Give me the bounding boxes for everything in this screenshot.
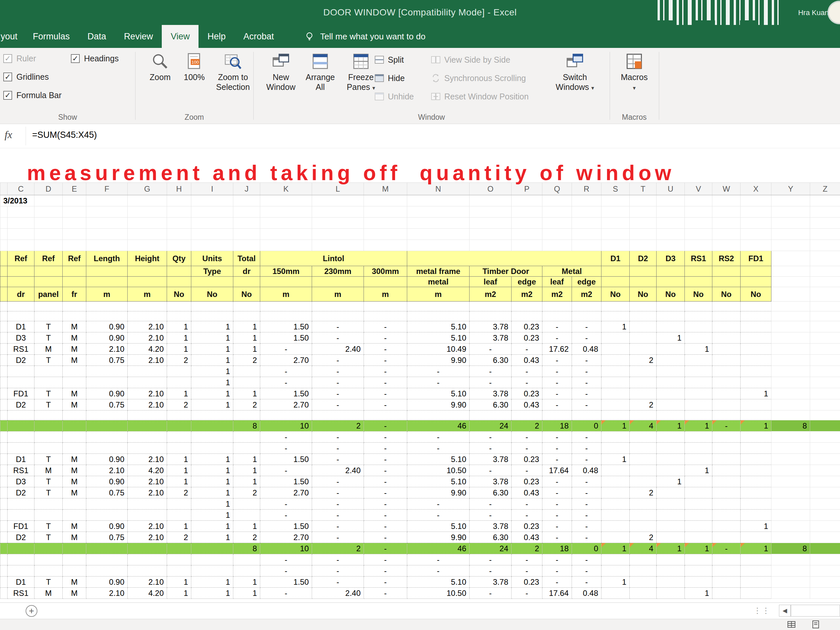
column-header[interactable]: Z (810, 183, 840, 195)
cell[interactable]: 0.43 (512, 487, 542, 499)
cell[interactable]: RS1 (8, 465, 35, 476)
cell[interactable] (167, 195, 191, 206)
cell[interactable] (512, 195, 542, 206)
cell[interactable] (0, 366, 8, 377)
header-cell[interactable]: dr (233, 266, 260, 276)
cell[interactable]: 0.23 (512, 388, 542, 399)
header-cell[interactable] (810, 266, 840, 276)
cell[interactable] (630, 195, 657, 206)
cell[interactable]: 1 (233, 576, 260, 588)
cell[interactable]: 2.10 (86, 588, 128, 599)
cell[interactable] (657, 510, 685, 521)
cell[interactable] (741, 532, 771, 543)
cell[interactable] (657, 465, 685, 476)
cell[interactable] (233, 443, 260, 454)
cell[interactable]: 1 (233, 588, 260, 599)
cell[interactable] (35, 240, 63, 251)
cell[interactable] (741, 465, 771, 476)
cell[interactable] (712, 206, 741, 218)
cell[interactable]: T (35, 521, 63, 532)
cell[interactable]: 6.30 (469, 399, 512, 411)
cell[interactable] (572, 195, 602, 206)
cell[interactable] (407, 206, 469, 218)
cell[interactable]: 0.43 (512, 355, 542, 366)
cell[interactable]: - (572, 532, 602, 543)
cell[interactable] (35, 218, 63, 229)
cell[interactable]: 2 (167, 487, 191, 499)
cell[interactable]: 6.30 (469, 487, 512, 499)
cell[interactable] (741, 321, 771, 332)
header-cell[interactable] (364, 276, 407, 287)
cell[interactable]: 4.20 (128, 344, 167, 355)
cell[interactable] (260, 195, 312, 206)
cell[interactable] (741, 443, 771, 454)
cell[interactable] (741, 499, 771, 510)
cell[interactable]: 2 (630, 487, 657, 499)
cell[interactable] (630, 229, 657, 240)
cell[interactable]: - (512, 377, 542, 388)
header-cell[interactable] (63, 266, 86, 276)
header-cell[interactable] (0, 287, 8, 302)
cell[interactable]: - (542, 454, 572, 465)
cell[interactable] (741, 355, 771, 366)
cell[interactable] (364, 311, 407, 321)
cell[interactable] (0, 454, 8, 465)
cell[interactable] (0, 487, 8, 499)
cell[interactable] (8, 218, 35, 229)
cell[interactable]: 2 (312, 420, 364, 431)
cell[interactable] (0, 521, 8, 532)
cell[interactable]: 2.10 (128, 532, 167, 543)
cell[interactable] (128, 554, 167, 565)
cell[interactable] (233, 431, 260, 443)
cell[interactable] (712, 576, 741, 588)
header-cell[interactable]: metal (407, 276, 469, 287)
cell[interactable]: - (312, 321, 364, 332)
cell[interactable]: D1 (8, 576, 35, 588)
cell[interactable]: - (260, 499, 312, 510)
cell[interactable] (0, 420, 8, 431)
cell[interactable] (630, 521, 657, 532)
cell[interactable] (167, 302, 191, 311)
cell[interactable]: 9.90 (407, 355, 469, 366)
cell[interactable] (233, 554, 260, 565)
cell[interactable] (35, 420, 63, 431)
cell[interactable]: 2.10 (86, 344, 128, 355)
cell[interactable]: 2.10 (128, 487, 167, 499)
cell[interactable]: - (572, 510, 602, 521)
cell[interactable] (167, 565, 191, 576)
cell[interactable] (63, 195, 86, 206)
header-cell[interactable]: edge (572, 276, 602, 287)
cell[interactable]: - (469, 565, 512, 576)
cell[interactable] (685, 399, 712, 411)
cell[interactable] (602, 206, 630, 218)
cell[interactable]: 4 (630, 543, 657, 554)
cell[interactable] (602, 344, 630, 355)
cell[interactable]: 1 (167, 476, 191, 487)
cell[interactable]: - (312, 332, 364, 344)
cell[interactable] (469, 195, 512, 206)
cell[interactable] (86, 302, 128, 311)
cell[interactable]: 8 (771, 420, 810, 431)
cell[interactable]: 0.90 (86, 332, 128, 344)
zoom-100-button[interactable]: 100 100% (177, 52, 211, 82)
cell[interactable] (741, 311, 771, 321)
header-cell[interactable]: m (312, 287, 364, 302)
cell[interactable] (712, 431, 741, 443)
cell[interactable] (810, 366, 840, 377)
cell[interactable]: - (407, 510, 469, 521)
cell[interactable] (741, 476, 771, 487)
cell[interactable]: 1 (685, 543, 712, 554)
cell[interactable]: M (63, 588, 86, 599)
header-cell[interactable] (233, 276, 260, 287)
scroll-left-arrow[interactable]: ◀ (779, 605, 791, 617)
cell[interactable]: - (572, 399, 602, 411)
cell[interactable]: 2 (630, 399, 657, 411)
cell[interactable] (512, 229, 542, 240)
cell[interactable] (602, 499, 630, 510)
cell[interactable] (542, 229, 572, 240)
cell[interactable] (810, 377, 840, 388)
cell[interactable]: 1 (685, 344, 712, 355)
view-side-by-side-button[interactable]: View Side by Side (431, 54, 510, 65)
cell[interactable]: 0.23 (512, 476, 542, 487)
cell[interactable]: 6.30 (469, 355, 512, 366)
